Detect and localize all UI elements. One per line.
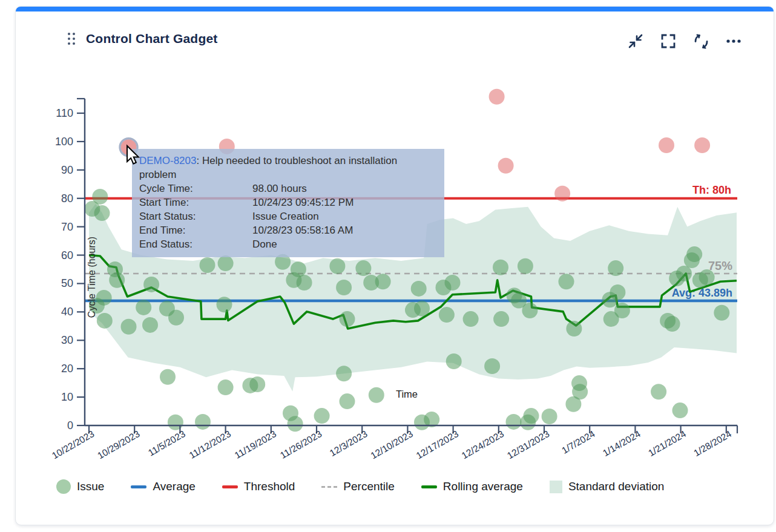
refresh-icon[interactable] [692,33,709,50]
issue-point[interactable] [542,409,557,424]
issue-point[interactable] [445,275,461,291]
legend-swatch [131,485,146,488]
issue-point[interactable] [336,280,352,295]
tooltip-row-end-status: End Status: Done [139,237,437,251]
chart-legend: IssueAverageThresholdPercentileRolling a… [56,479,664,494]
tooltip-title: DEMO-8203: Help needed to troubleshoot a… [139,154,437,182]
issue-point[interactable] [686,246,702,262]
legend-swatch [421,485,437,488]
issue-point[interactable] [200,257,215,273]
issue-point[interactable] [559,274,574,289]
issue-point[interactable] [218,379,234,395]
issue-point[interactable] [89,298,105,314]
issue-point[interactable] [340,393,355,409]
tooltip-row-cycle-time: Cycle Time: 98.00 hours [139,182,437,195]
gadget-accent-bar [16,7,774,11]
issue-point[interactable] [411,281,427,297]
legend-item-standard-deviation[interactable]: Standard deviation [550,480,664,493]
dashboard-stage: Control Chart Gadget [0,0,776,532]
issue-point[interactable] [524,408,539,424]
issue-point[interactable] [714,305,729,321]
gadget-card [15,6,774,525]
issue-point[interactable] [109,272,125,288]
legend-label: Issue [77,480,104,493]
legend-swatch [550,481,562,493]
outlier-point[interactable] [554,186,570,202]
issue-point[interactable] [565,396,581,412]
legend-swatch [56,479,71,494]
gadget-header: Control Chart Gadget [68,31,218,46]
legend-label: Standard deviation [568,480,664,493]
issue-point[interactable] [142,317,158,333]
legend-swatch [321,486,337,488]
issue-point[interactable] [506,414,522,430]
issue-point[interactable] [439,307,455,323]
issue-point[interactable] [340,311,355,327]
issue-point[interactable] [195,414,211,430]
legend-label: Percentile [343,480,395,493]
legend-label: Threshold [244,480,295,493]
gadget-toolbar [627,33,742,50]
issue-point[interactable] [446,353,462,369]
issue-point[interactable] [493,260,508,275]
issue-point[interactable] [608,260,623,276]
issue-point[interactable] [614,303,630,318]
legend-swatch [222,485,238,488]
issue-point[interactable] [336,366,352,381]
issue-point[interactable] [329,258,345,274]
outlier-point[interactable] [489,89,505,105]
issue-point[interactable] [297,275,312,291]
issue-point[interactable] [699,269,715,285]
issue-point[interactable] [217,297,232,312]
issue-point[interactable] [375,274,391,289]
issue-point[interactable] [651,384,666,399]
drag-handle-icon[interactable] [68,33,75,45]
outlier-point[interactable] [498,158,514,174]
gadget-title: Control Chart Gadget [86,31,218,46]
legend-item-percentile[interactable]: Percentile [321,480,395,493]
issue-point[interactable] [355,260,371,276]
issue-point[interactable] [168,415,183,430]
issue-point[interactable] [168,310,184,326]
legend-label: Average [153,480,195,493]
issue-tooltip: DEMO-8203: Help needed to troubleshoot a… [132,149,444,257]
issue-point[interactable] [136,300,151,315]
issue-point[interactable] [143,277,159,292]
more-options-icon[interactable] [725,33,742,50]
issue-key-link[interactable]: DEMO-8203 [139,155,196,166]
issue-point[interactable] [484,358,500,374]
issue-point[interactable] [97,313,113,329]
issue-point[interactable] [414,301,430,317]
issue-point[interactable] [121,319,137,335]
issue-point[interactable] [160,369,176,385]
outlier-point[interactable] [694,137,710,153]
legend-item-rolling-average[interactable]: Rolling average [421,480,523,493]
issue-point[interactable] [92,189,108,205]
fullscreen-icon[interactable] [660,33,677,50]
legend-item-average[interactable]: Average [131,480,195,493]
issue-point[interactable] [249,376,265,392]
collapse-icon[interactable] [627,33,644,50]
tooltip-row-end-time: End Time: 10/28/23 05:58:16 AM [139,223,437,237]
legend-label: Rolling average [443,480,523,493]
issue-point[interactable] [424,412,439,427]
issue-point[interactable] [566,321,582,337]
issue-point[interactable] [518,258,533,274]
tooltip-row-start-status: Start Status: Issue Creation [139,209,437,223]
legend-item-threshold[interactable]: Threshold [222,480,295,493]
issue-point[interactable] [676,266,692,281]
issue-point[interactable] [369,387,384,403]
tooltip-row-start-time: Start Time: 10/24/23 09:45:12 PM [139,195,437,209]
legend-item-issue[interactable]: Issue [56,479,104,494]
issue-point[interactable] [314,408,330,424]
issue-point[interactable] [218,255,234,271]
issue-point[interactable] [522,303,538,318]
issue-point[interactable] [493,311,509,327]
outlier-point[interactable] [659,137,674,153]
issue-point[interactable] [672,402,688,418]
issue-point[interactable] [288,416,303,432]
issue-point[interactable] [94,205,110,221]
issue-point[interactable] [665,316,680,332]
issue-point[interactable] [463,311,479,327]
issue-point[interactable] [610,284,625,300]
